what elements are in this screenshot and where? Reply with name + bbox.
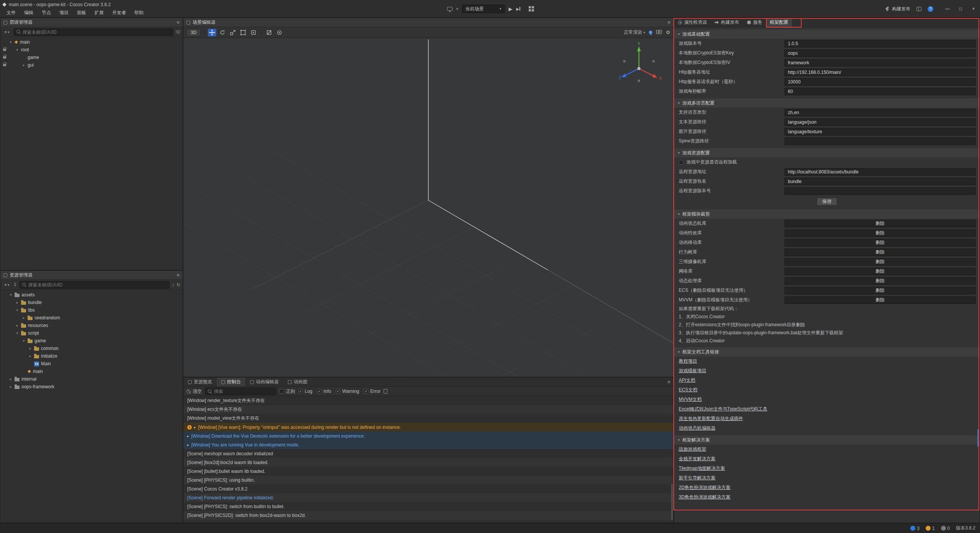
play-button[interactable]: ▶ bbox=[509, 6, 513, 12]
menu-item[interactable]: 扩展 bbox=[90, 8, 108, 17]
collapse-icon[interactable]: ▾ bbox=[15, 48, 19, 52]
expand-icon[interactable]: ▸ bbox=[9, 377, 13, 381]
pivot-snap-icon[interactable] bbox=[265, 29, 273, 36]
console-line[interactable]: [Scene] Forward render pipeline initiali… bbox=[183, 493, 673, 502]
lock-icon[interactable] bbox=[3, 49, 6, 51]
console-line[interactable]: [Window] ecs文件夹不存在 bbox=[183, 405, 673, 414]
property-input[interactable] bbox=[784, 168, 976, 176]
gizmo-z-label[interactable]: Z bbox=[619, 75, 621, 80]
tab-资源预览[interactable]: 资源预览 bbox=[183, 378, 217, 386]
tree-item-main[interactable]: ▾main bbox=[0, 38, 183, 46]
console-search-input[interactable] bbox=[214, 389, 273, 394]
filter-Error[interactable]: Error bbox=[364, 389, 381, 394]
close-button[interactable]: × bbox=[967, 0, 980, 18]
link-新手引导解决方案[interactable]: 新手引导解决方案 bbox=[679, 475, 715, 481]
chevron-down-icon[interactable]: ▾ bbox=[456, 7, 458, 11]
coordinate-mode-icon[interactable] bbox=[275, 29, 284, 36]
tree-item-game[interactable]: ▾game bbox=[0, 337, 183, 345]
property-input[interactable] bbox=[784, 78, 976, 86]
layout-panel-icon[interactable] bbox=[916, 7, 921, 11]
menu-item[interactable]: 项目 bbox=[55, 8, 73, 17]
link-Excel格式转Json文件与TypeScript代码工具[interactable]: Excel格式转Json文件与TypeScript代码工具 bbox=[679, 406, 767, 412]
property-input[interactable] bbox=[784, 59, 976, 67]
collapse-icon[interactable]: ▾ bbox=[9, 40, 13, 44]
hierarchy-search[interactable] bbox=[13, 28, 173, 36]
property-input[interactable] bbox=[784, 137, 976, 145]
delete-button[interactable]: 删除 bbox=[784, 287, 976, 294]
clear-console-button[interactable]: 清空 bbox=[186, 388, 202, 395]
expand-icon[interactable]: ▸ bbox=[15, 324, 19, 327]
tab-控制台[interactable]: 控制台 bbox=[217, 378, 245, 386]
tab-动画编辑器[interactable]: 动画编辑器 bbox=[245, 378, 283, 386]
section-header[interactable]: ▾游戏多语言配置 bbox=[674, 98, 980, 108]
tree-item-script[interactable]: ▾script bbox=[0, 329, 183, 337]
preview-device-icon[interactable] bbox=[447, 7, 452, 11]
status-count-orange[interactable]: 1 bbox=[926, 526, 935, 531]
tree-item-oops-framework[interactable]: ▸oops-framework bbox=[0, 383, 183, 391]
filter-checkbox[interactable] bbox=[364, 389, 368, 394]
delete-button[interactable]: 删除 bbox=[784, 296, 976, 304]
link-原生包热更新配置自动生成插件[interactable]: 原生包热更新配置自动生成插件 bbox=[679, 415, 743, 422]
panel-menu-icon[interactable]: ≡ bbox=[176, 20, 180, 25]
panel-menu-icon[interactable]: ≡ bbox=[667, 20, 670, 25]
filter-checkbox[interactable] bbox=[317, 389, 322, 394]
link-游戏模板项目[interactable]: 游戏模板项目 bbox=[679, 368, 706, 374]
inspector-scrollbar[interactable] bbox=[977, 429, 979, 447]
expand-icon[interactable]: ▸ bbox=[22, 316, 26, 320]
build-publish-button[interactable]: 构建发布 bbox=[885, 6, 910, 12]
panel-menu-icon[interactable]: ≡ bbox=[667, 379, 673, 385]
orientation-gizmo[interactable]: Y X Z bbox=[615, 41, 665, 91]
filter-Info[interactable]: Info bbox=[317, 389, 331, 394]
panel-menu-icon[interactable]: ≡ bbox=[176, 272, 180, 278]
remote-load-checkbox[interactable] bbox=[679, 160, 683, 165]
property-input[interactable] bbox=[784, 40, 976, 47]
collapse-logs-icon[interactable] bbox=[384, 389, 387, 394]
scale-tool-button[interactable] bbox=[229, 29, 237, 36]
delete-button[interactable]: 删除 bbox=[784, 220, 976, 227]
add-node-button[interactable]: +▾ bbox=[3, 29, 11, 35]
move-tool-button[interactable] bbox=[208, 29, 216, 36]
tab-构建发布[interactable]: 构建发布 bbox=[711, 18, 743, 27]
tree-item-Main[interactable]: TSMain bbox=[0, 360, 183, 368]
expand-icon[interactable]: ▸ bbox=[9, 385, 13, 389]
save-button[interactable]: 保存 bbox=[817, 198, 837, 206]
section-header[interactable]: ▾游戏基础配置 bbox=[674, 29, 980, 39]
delete-button[interactable]: 删除 bbox=[784, 258, 976, 266]
camera-preview-icon[interactable] bbox=[656, 29, 662, 35]
tree-item-initialize[interactable]: ▸initialize bbox=[0, 352, 183, 360]
expand-icon[interactable]: ▸ bbox=[28, 354, 32, 358]
console-line[interactable]: [Window] render_texture文件夹不存在 bbox=[183, 396, 673, 405]
console-line[interactable]: [Scene] Cocos Creator v3.8.2 bbox=[183, 484, 673, 493]
console-search[interactable] bbox=[205, 387, 276, 395]
property-input[interactable] bbox=[784, 69, 976, 76]
maximize-button[interactable]: □ bbox=[954, 0, 967, 18]
console-line[interactable]: [Scene] [PHYSICS2D]: switch from box2d-w… bbox=[183, 511, 673, 520]
property-input[interactable] bbox=[784, 128, 976, 136]
assets-search[interactable] bbox=[19, 281, 170, 289]
console-line[interactable]: ▸[Window] You are running Vue in develop… bbox=[183, 440, 673, 449]
tree-item-assets[interactable]: ▾assets bbox=[0, 291, 183, 299]
help-icon[interactable]: ? bbox=[928, 6, 933, 12]
console-line[interactable]: [Scene] [PHYSICS]: switch from builtin t… bbox=[183, 502, 673, 511]
assets-search-input[interactable] bbox=[28, 282, 167, 288]
delete-button[interactable]: 删除 bbox=[784, 239, 976, 247]
console-line[interactable]: ▸[Window] Download the Vue Devtools exte… bbox=[183, 432, 673, 440]
tree-item-root[interactable]: ▾root bbox=[0, 46, 183, 54]
tree-item-game[interactable]: game bbox=[0, 54, 183, 61]
filter-checkbox[interactable] bbox=[336, 389, 340, 394]
hierarchy-search-input[interactable] bbox=[23, 29, 170, 35]
console-line[interactable]: [Scene] [box2d]:box2d wasm lib loaded. bbox=[183, 458, 673, 467]
transform-gizmo-button[interactable] bbox=[249, 29, 258, 36]
tree-item-internal[interactable]: ▸internal bbox=[0, 375, 183, 383]
link-2D角色扮演游戏解决方案[interactable]: 2D角色扮演游戏解决方案 bbox=[679, 484, 730, 491]
menu-item[interactable]: 开发者 bbox=[108, 8, 130, 17]
status-count-gray[interactable]: 0 bbox=[941, 526, 950, 531]
regex-toggle[interactable]: 正则 bbox=[279, 388, 295, 395]
delete-button[interactable]: 删除 bbox=[784, 277, 976, 285]
section-header[interactable]: ▾框架模块裁剪 bbox=[674, 209, 980, 219]
console-line[interactable]: [Window] model_view文件夹不存在 bbox=[183, 414, 673, 423]
link-教程项目[interactable]: 教程项目 bbox=[679, 358, 697, 365]
console-line[interactable]: [Scene] meshopt wasm decoder initialized bbox=[183, 449, 673, 458]
menu-item[interactable]: 文件 bbox=[2, 8, 20, 17]
console-line[interactable]: [Scene] [bullet]:bullet wasm lib loaded. bbox=[183, 467, 673, 476]
